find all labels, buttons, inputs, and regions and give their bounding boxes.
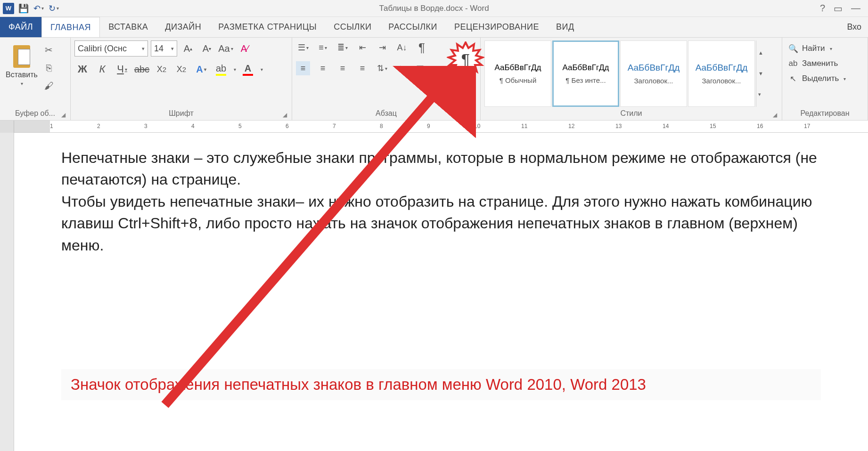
ruler-tick: 2 xyxy=(97,123,100,129)
font-name-combo[interactable]: Calibri (Оснс▾ xyxy=(74,40,148,56)
ruler-tick: 4 xyxy=(191,123,195,129)
tab-home[interactable]: ГЛАВНАЯ xyxy=(41,17,100,37)
superscript-button[interactable]: X2 xyxy=(173,61,189,77)
svg-text:¶: ¶ xyxy=(461,50,470,68)
shading-icon[interactable]: ◇▾ xyxy=(395,61,409,75)
underline-button[interactable]: Ч▾ xyxy=(114,61,130,77)
ruler-tick: 12 xyxy=(568,123,574,129)
font-size-combo[interactable]: 14▾ xyxy=(151,40,177,56)
ruler-tick: 9 xyxy=(427,123,430,129)
redo-icon[interactable]: ↻▾ xyxy=(47,2,60,15)
paste-button[interactable]: Вставить ▾ xyxy=(4,40,40,88)
ruler-tick: 16 xyxy=(757,123,763,129)
tab-references[interactable]: ССЫЛКИ xyxy=(325,17,380,37)
numbering-icon[interactable]: ≡▾ xyxy=(316,40,330,55)
save-icon[interactable]: 💾 xyxy=(17,2,30,15)
ruler-corner xyxy=(0,121,14,133)
annotation-caption: Значок отображения непечатных знаков в г… xyxy=(61,369,821,400)
horizontal-ruler[interactable]: 1234567891011121314151617 xyxy=(14,121,868,133)
decrease-indent-icon[interactable]: ⇤ xyxy=(355,40,369,55)
font-group-label: Шрифт xyxy=(169,109,194,118)
format-painter-icon[interactable]: 🖌 xyxy=(42,79,56,92)
style-normal[interactable]: АаБбВвГгДд ¶ Обычный xyxy=(484,40,551,107)
group-font: Calibri (Оснс▾ 14▾ A▴ A▾ Aa▾ A⁄ Ж К Ч▾ a… xyxy=(71,38,292,120)
tab-design[interactable]: ДИЗАЙН xyxy=(156,17,210,37)
ruler-tick: 11 xyxy=(521,123,527,129)
clipboard-launcher-icon[interactable]: ◢ xyxy=(61,112,66,118)
find-button[interactable]: 🔍Найти▾ xyxy=(786,42,834,55)
find-icon: 🔍 xyxy=(788,43,798,54)
select-button[interactable]: ↖Выделить▾ xyxy=(786,72,848,85)
group-editing: 🔍Найти▾ abЗаменить ↖Выделить▾ Редактиров… xyxy=(782,38,868,120)
ruler-tick: 1 xyxy=(50,123,53,129)
word-app-icon[interactable]: W xyxy=(2,2,15,15)
style-heading2[interactable]: АаБбВвГгДд Заголовок... xyxy=(688,40,755,107)
highlight-color-button[interactable]: ab xyxy=(213,61,229,77)
title-bar: W 💾 ↶▾ ↻▾ Таблицы в Ворде.docx - Word ? … xyxy=(0,0,868,17)
undo-icon[interactable]: ↶▾ xyxy=(32,2,45,15)
ruler-tick: 13 xyxy=(615,123,622,129)
vertical-ruler[interactable] xyxy=(0,133,14,451)
styles-group-label: Стили xyxy=(620,109,642,118)
line-spacing-icon[interactable]: ⇅▾ xyxy=(375,61,389,75)
tab-layout[interactable]: РАЗМЕТКА СТРАНИЦЫ xyxy=(210,17,325,37)
ruler-tick: 6 xyxy=(286,123,289,129)
quick-access-toolbar: W 💾 ↶▾ ↻▾ xyxy=(0,2,60,15)
ruler-tick: 8 xyxy=(380,123,383,129)
justify-icon[interactable]: ≡ xyxy=(355,61,369,75)
text-effects-icon[interactable]: A▾ xyxy=(193,61,209,77)
bullets-icon[interactable]: ☰▾ xyxy=(296,40,310,55)
group-clipboard: Вставить ▾ ✂ ⎘ 🖌 Буфер об...◢ xyxy=(0,38,71,120)
horizontal-ruler-area: 1234567891011121314151617 xyxy=(0,121,868,133)
styles-launcher-icon[interactable]: ◢ xyxy=(773,112,777,118)
tab-view[interactable]: ВИД xyxy=(548,17,583,37)
show-hide-paragraph-button[interactable]: ¶ xyxy=(415,40,429,55)
ruler-tick: 10 xyxy=(474,123,480,129)
replace-icon: ab xyxy=(788,58,798,69)
ruler-tick: 15 xyxy=(710,123,716,129)
editing-group-label: Редактирован xyxy=(800,109,849,118)
minimize-icon[interactable]: — xyxy=(851,3,860,14)
styles-gallery-more[interactable]: ▲ ▼ ▾ xyxy=(756,40,768,107)
copy-icon[interactable]: ⎘ xyxy=(42,61,56,74)
tab-mailings[interactable]: РАССЫЛКИ xyxy=(380,17,446,37)
paragraph-launcher-icon[interactable]: ◢ xyxy=(471,112,475,118)
borders-icon[interactable]: ▦▾ xyxy=(415,61,429,75)
bold-button[interactable]: Ж xyxy=(74,61,90,77)
strikethrough-button[interactable]: abc xyxy=(134,61,150,77)
align-left-icon[interactable]: ≡ xyxy=(296,61,310,75)
align-right-icon[interactable]: ≡ xyxy=(336,61,350,75)
tab-review[interactable]: РЕЦЕНЗИРОВАНИЕ xyxy=(446,17,548,37)
cut-icon[interactable]: ✂ xyxy=(42,43,56,56)
replace-button[interactable]: abЗаменить xyxy=(786,57,840,70)
shrink-font-icon[interactable]: A▾ xyxy=(199,40,215,56)
sign-in[interactable]: Вхо xyxy=(847,17,868,37)
ruler-tick: 7 xyxy=(333,123,336,129)
select-icon: ↖ xyxy=(788,73,798,84)
multilevel-list-icon[interactable]: ≣▾ xyxy=(336,40,350,55)
change-case-icon[interactable]: Aa▾ xyxy=(218,40,234,56)
subscript-button[interactable]: X2 xyxy=(154,61,170,77)
font-color-button[interactable]: A xyxy=(240,61,256,77)
tab-file[interactable]: ФАЙЛ xyxy=(0,17,41,37)
align-center-icon[interactable]: ≡ xyxy=(316,61,330,75)
italic-button[interactable]: К xyxy=(94,61,110,77)
help-icon[interactable]: ? xyxy=(820,3,825,14)
paste-icon xyxy=(11,42,32,69)
window-controls: ? ▭ — xyxy=(820,3,868,14)
sort-icon[interactable]: A↓ xyxy=(395,40,409,55)
clear-formatting-icon[interactable]: A⁄ xyxy=(237,40,253,56)
style-heading1[interactable]: АаБбВвГгДд Заголовок... xyxy=(620,40,687,107)
ribbon: Вставить ▾ ✂ ⎘ 🖌 Буфер об...◢ Calibri (О… xyxy=(0,38,868,121)
ribbon-options-icon[interactable]: ▭ xyxy=(834,3,843,14)
grow-font-icon[interactable]: A▴ xyxy=(180,40,196,56)
paragraph-group-label: Абзац xyxy=(376,109,397,118)
font-launcher-icon[interactable]: ◢ xyxy=(283,112,287,118)
style-no-spacing[interactable]: АаБбВвГгДд ¶ Без инте... xyxy=(552,40,619,107)
ruler-tick: 3 xyxy=(144,123,147,129)
document-page[interactable]: Непечатные знаки – это служебные знаки п… xyxy=(14,133,868,451)
document-paragraph-2: Чтобы увидеть непечатные знаки– их нужно… xyxy=(61,191,821,256)
ribbon-tabs: ФАЙЛ ГЛАВНАЯ ВСТАВКА ДИЗАЙН РАЗМЕТКА СТР… xyxy=(0,17,868,38)
increase-indent-icon[interactable]: ⇥ xyxy=(375,40,389,55)
tab-insert[interactable]: ВСТАВКА xyxy=(100,17,156,37)
